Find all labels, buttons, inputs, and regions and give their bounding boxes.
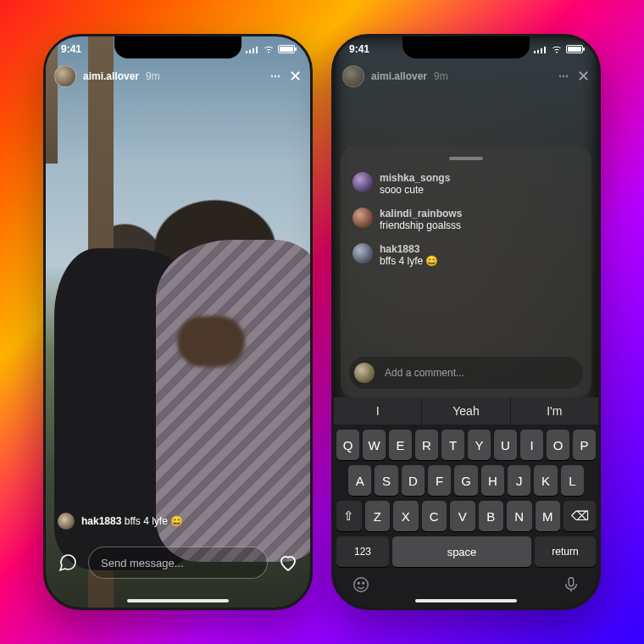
- home-indicator[interactable]: [127, 599, 229, 602]
- key-u[interactable]: U: [494, 430, 517, 460]
- svg-point-0: [354, 578, 369, 592]
- key-d[interactable]: D: [402, 465, 425, 496]
- like-heart-icon[interactable]: [278, 552, 298, 573]
- key-return[interactable]: return: [535, 536, 596, 567]
- key-y[interactable]: Y: [468, 430, 491, 460]
- commenter-username[interactable]: kalindi_rainbows: [380, 208, 462, 219]
- key-e[interactable]: E: [389, 430, 412, 460]
- suggestion[interactable]: I: [334, 397, 422, 425]
- key-l[interactable]: L: [561, 465, 584, 496]
- commenter-username[interactable]: mishka_songs: [380, 172, 450, 184]
- comment-text: friendship goalsss: [380, 219, 462, 231]
- add-comment-input[interactable]: Add a comment...: [381, 367, 578, 379]
- add-comment-placeholder: Add a comment...: [385, 367, 464, 379]
- battery-icon: [566, 45, 583, 53]
- phone-comment-sheet: 9:41 aimi.allover 9m ⋯ ✕ mishka_songs so…: [331, 34, 601, 610]
- status-icons: [246, 45, 295, 53]
- key-r[interactable]: R: [415, 430, 438, 460]
- key-i[interactable]: I: [520, 430, 543, 460]
- commenter-avatar[interactable]: [353, 208, 373, 228]
- wifi-icon: [551, 45, 563, 53]
- keyboard-suggestions: I Yeah I'm: [334, 397, 598, 425]
- more-button[interactable]: ⋯: [270, 70, 282, 82]
- key-backspace[interactable]: ⌫: [564, 501, 596, 531]
- status-time: 9:41: [349, 43, 369, 55]
- emoji-keyboard-icon[interactable]: [352, 575, 370, 594]
- key-space[interactable]: space: [392, 536, 531, 567]
- key-j[interactable]: J: [508, 465, 530, 496]
- key-numbers[interactable]: 123: [336, 536, 389, 567]
- wifi-icon: [263, 45, 275, 53]
- keyboard-row-1: Q W E R T Y U I O P: [336, 430, 596, 460]
- cellular-icon: [534, 45, 547, 53]
- keyboard: Q W E R T Y U I O P A S D F G H J K L ⇧ …: [334, 425, 598, 608]
- comment-text: bffs 4 lyfe 😄: [380, 255, 438, 267]
- status-time: 9:41: [61, 43, 81, 55]
- story-header: aimi.allover 9m ⋯ ✕: [342, 65, 590, 87]
- smile-emoji-icon: 😄: [170, 515, 183, 527]
- sheet-grabber[interactable]: [449, 157, 483, 160]
- author-username[interactable]: aimi.allover: [83, 70, 139, 82]
- key-p[interactable]: P: [573, 430, 596, 460]
- latest-comment-overlay[interactable]: hak1883 bffs 4 lyfe 😄: [58, 513, 298, 530]
- key-a[interactable]: A: [348, 465, 371, 496]
- author-avatar[interactable]: [54, 65, 76, 87]
- commenter-avatar[interactable]: [353, 243, 373, 264]
- svg-point-1: [358, 582, 359, 584]
- story-age: 9m: [146, 70, 160, 82]
- keyboard-footer: [336, 572, 596, 601]
- key-c[interactable]: C: [422, 501, 447, 531]
- story-reply-bar: Send message...: [46, 547, 310, 579]
- cellular-icon: [246, 45, 259, 53]
- key-n[interactable]: N: [507, 501, 532, 531]
- keyboard-row-2: A S D F G H J K L: [336, 465, 596, 496]
- key-z[interactable]: Z: [365, 501, 391, 531]
- suggestion[interactable]: I'm: [511, 397, 598, 425]
- key-h[interactable]: H: [481, 465, 504, 496]
- key-t[interactable]: T: [441, 430, 464, 460]
- commenter-avatar[interactable]: [353, 172, 373, 192]
- key-v[interactable]: V: [450, 501, 475, 531]
- key-shift[interactable]: ⇧: [336, 501, 362, 531]
- suggestion[interactable]: Yeah: [422, 397, 510, 425]
- commenter-avatar: [58, 513, 75, 530]
- comments-sheet: mishka_songs sooo cute kalindi_rainbows …: [341, 147, 591, 397]
- home-indicator[interactable]: [415, 599, 517, 602]
- commenter-username: hak1883: [81, 515, 121, 527]
- comment-row[interactable]: kalindi_rainbows friendship goalsss: [349, 204, 583, 240]
- author-avatar[interactable]: [342, 65, 364, 87]
- key-m[interactable]: M: [536, 501, 561, 531]
- phone-story-view: 9:41 aimi.allover 9m ⋯ ✕ hak1883 bffs 4 …: [43, 34, 313, 610]
- svg-rect-3: [569, 578, 574, 586]
- comment-row[interactable]: hak1883 bffs 4 lyfe 😄: [349, 240, 583, 275]
- status-icons: [534, 45, 583, 53]
- add-comment-row: Add a comment...: [349, 357, 583, 389]
- key-k[interactable]: K: [534, 465, 557, 496]
- send-message-placeholder: Send message...: [101, 557, 184, 569]
- commenter-username[interactable]: hak1883: [380, 243, 438, 255]
- key-f[interactable]: F: [428, 465, 451, 496]
- key-s[interactable]: S: [375, 465, 397, 496]
- self-avatar: [354, 363, 375, 383]
- send-message-input[interactable]: Send message...: [88, 547, 268, 579]
- svg-point-2: [363, 582, 364, 584]
- story-header: aimi.allover 9m ⋯ ✕: [54, 65, 302, 87]
- device-notch: [114, 36, 242, 58]
- comment-row[interactable]: mishka_songs sooo cute: [349, 169, 583, 204]
- author-username[interactable]: aimi.allover: [371, 70, 427, 82]
- more-button[interactable]: ⋯: [558, 70, 570, 82]
- close-button[interactable]: ✕: [577, 69, 590, 84]
- comment-text: bffs 4 lyfe: [125, 515, 168, 527]
- key-w[interactable]: W: [363, 430, 386, 460]
- key-q[interactable]: Q: [336, 430, 359, 460]
- key-g[interactable]: G: [454, 465, 477, 496]
- key-x[interactable]: X: [393, 501, 419, 531]
- comment-text: sooo cute: [380, 184, 450, 196]
- comment-bubble-icon[interactable]: [58, 552, 78, 573]
- dictation-mic-icon[interactable]: [562, 575, 580, 594]
- story-age: 9m: [434, 70, 448, 82]
- key-o[interactable]: O: [547, 430, 569, 460]
- device-notch: [402, 36, 530, 58]
- key-b[interactable]: B: [479, 501, 504, 531]
- close-button[interactable]: ✕: [289, 69, 302, 84]
